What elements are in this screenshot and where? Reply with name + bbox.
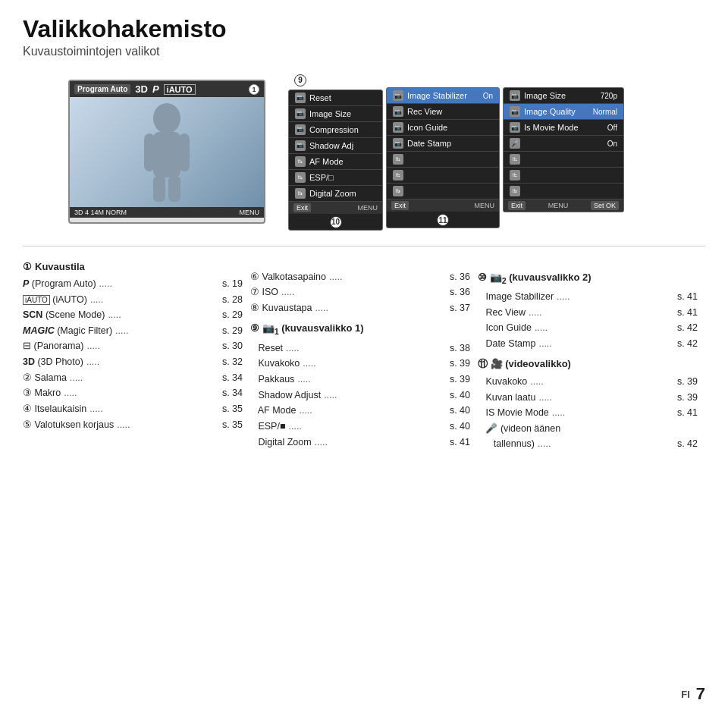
sub1-menu-col: 📷 Image Stabilizer On 📷 Rec View 📷 Icon …	[386, 87, 500, 228]
imagesize-icon: 📷	[295, 108, 306, 119]
menu-item-compression: 📷 Compression	[289, 122, 382, 138]
main-menu-panel: 📷 Reset 📷 Image Size 📷 Compression 📷 Sha…	[288, 89, 383, 231]
sub2-tt1-icon: tt₁	[510, 154, 520, 165]
num-11-circle: 11	[437, 214, 449, 226]
col3-header-video: ⑪ 🎥 (videovalikko)	[478, 356, 698, 372]
sub2-item-mic: 🎤 On	[504, 136, 623, 152]
sub1-menu-icon: MENU	[475, 202, 495, 209]
num-11-below: 11	[387, 214, 499, 226]
kuvaus2-label: ⑩ 📷2 (kuvausvalikko 2)	[478, 269, 592, 287]
scn-label: SCN (Scene Mode)	[23, 307, 105, 323]
cam-num-1: 1	[249, 84, 259, 95]
program-auto-label: Program Auto	[74, 84, 130, 94]
camera-photo	[70, 97, 264, 207]
menu-item-imagesize: 📷 Image Size	[289, 106, 382, 122]
sub2-tt2-icon: tt₂	[510, 170, 520, 181]
iso-dots: .....	[281, 284, 447, 300]
sub2-imagequality-label: Image Quality	[524, 107, 576, 116]
datestamp-label: Date Stamp	[407, 139, 451, 148]
sub2-item-tt3: tt₃	[504, 184, 623, 199]
salama-dots: .....	[70, 370, 219, 386]
content-grid: ① Kuvaustila P (Program Auto) ..... s. 1…	[23, 254, 705, 453]
digitalzoom-label: Digital Zoom	[309, 189, 356, 198]
ismovie2-dots: .....	[552, 405, 674, 421]
panorama-dots: .....	[86, 338, 218, 354]
scn-page: s. 29	[222, 307, 243, 323]
sub2-ismovie-label: Is Movie Mode	[524, 123, 579, 132]
reset-item-dots: .....	[286, 341, 447, 356]
person-silhouette	[136, 103, 197, 202]
sub1-tt3-icon: tt₃	[393, 186, 403, 196]
page-subtitle: Kuvaustoimintojen valikot	[23, 45, 705, 58]
sub1-menu-footer: Exit MENU	[387, 199, 499, 212]
valotus-page: s. 35	[222, 417, 243, 433]
sub2-imagequality-value: Normal	[593, 108, 617, 116]
page-footer: FI 7	[681, 684, 705, 704]
p-label: P	[152, 83, 159, 95]
menu-item-reset: 📷 Reset	[289, 90, 382, 106]
ismovie2-label: IS Movie Mode	[478, 405, 549, 421]
prog-auto-label: P (Program Auto)	[23, 276, 96, 292]
sub1-menu-panel: 📷 Image Stabilizer On 📷 Rec View 📷 Icon …	[386, 87, 500, 228]
3d-item-label: 3D (3D Photo)	[23, 354, 83, 370]
digitalzoom2-label: Digital Zoom	[250, 435, 312, 451]
itselaukaisin-dots: .....	[89, 401, 219, 417]
pakkaus-page: s. 39	[450, 372, 470, 388]
sub1-tt1-icon: tt₁	[393, 154, 403, 165]
sub1-item-recview: 📷 Rec View	[387, 104, 499, 120]
kuvaustapa-label: ⑧ Kuvaustapa	[250, 300, 312, 316]
sub2-menu-col: 📷 Image Size 720p 📷 Image Quality Normal…	[503, 87, 624, 212]
ismovie2-page: s. 41	[677, 405, 698, 421]
makro-page: s. 34	[222, 385, 243, 401]
sub2-item-tt1: tt₁	[504, 152, 623, 168]
videoaanen-label: 🎤 (videon äänen	[478, 421, 560, 437]
digitalzoom2-page: s. 41	[450, 435, 470, 451]
valkot-page: s. 36	[450, 269, 470, 285]
sub1-item-tt3: tt₃	[387, 184, 499, 199]
cam-menu-label: MENU	[240, 209, 260, 216]
datestamp2-label: Date Stamp	[478, 336, 535, 352]
compression-icon: 📷	[295, 124, 306, 135]
tallennus-dots: .....	[538, 436, 674, 452]
content-item-videoaanen: 🎤 (videon äänen	[478, 421, 698, 437]
main-menu-footer: Exit MENU	[289, 202, 382, 214]
prog-auto-dots: .....	[99, 276, 219, 292]
esp2-dots: .....	[288, 419, 446, 435]
iso-item-label: ⑦ ISO	[250, 284, 278, 300]
content-item-pakkaus: Pakkaus ..... s. 39	[250, 372, 470, 388]
content-item-kuvakoko2: Kuvakoko ..... s. 39	[478, 374, 698, 390]
camera-mockup: AUTO 2 OFF 3 OFF 4 ±0.0 5 WB 6 ISO 7	[68, 80, 265, 224]
panorama-label: ⊟ (Panorama)	[23, 338, 83, 354]
main-exit-btn: Exit	[293, 203, 311, 212]
sub1-exit-btn: Exit	[391, 201, 409, 210]
sub2-menu-icon: MENU	[548, 202, 569, 209]
menus-wrapper: 9 📷 Reset 📷 Image Size 📷 Compression 📷	[288, 72, 624, 231]
shadowadj-icon: 📷	[295, 140, 306, 151]
content-item-makro: ③ Makro ..... s. 34	[23, 385, 243, 401]
main-menu-icon: MENU	[358, 204, 378, 212]
iauto-item-label: iAUTO (iAUTO)	[23, 292, 87, 308]
salama-page: s. 34	[222, 370, 243, 386]
page-title: Valikkohakemisto	[23, 15, 705, 43]
num-10-circle: 10	[330, 216, 342, 228]
sub1-tt2-icon: tt₂	[393, 170, 403, 181]
content-item-iso: ⑦ ISO ..... s. 36	[250, 284, 470, 300]
sub1-item-iconguide: 📷 Icon Guide	[387, 120, 499, 136]
num-10-below: 10	[289, 216, 382, 228]
pakkaus-dots: .....	[297, 372, 447, 388]
imagestab2-page: s. 41	[677, 289, 698, 305]
svg-rect-1	[153, 132, 180, 177]
sub2-item-imagesize: 📷 Image Size 720p	[504, 88, 623, 104]
iconguide2-dots: .....	[535, 320, 674, 336]
content-item-reset: Reset ..... s. 38	[250, 341, 470, 356]
content-item-kuvaustapa: ⑧ Kuvaustapa ..... s. 37	[250, 300, 470, 316]
circle-9-top: 9	[294, 72, 306, 86]
3d-label: 3D	[135, 83, 148, 95]
col1-header: ① Kuvaustila	[23, 259, 243, 275]
sub2-imagesize-icon: 📷	[510, 90, 520, 101]
recview2-label: Rec View	[478, 305, 526, 321]
sub1-item-imagestab: 📷 Image Stabilizer On	[387, 88, 499, 104]
content-item-ismovie2: IS Movie Mode ..... s. 41	[478, 405, 698, 421]
kuvaus1-label: ⑨ 📷1 (kuvausvalikko 1)	[250, 320, 364, 338]
recview-icon: 📷	[393, 106, 403, 117]
